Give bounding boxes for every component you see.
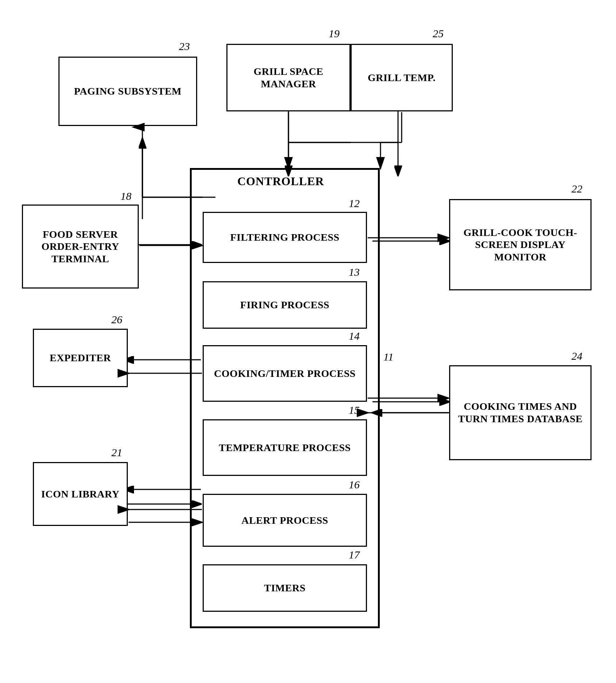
timers-box: TIMERS bbox=[203, 564, 367, 612]
icon-library-label: ICON LIBRARY bbox=[41, 488, 119, 500]
ref-21: 21 bbox=[111, 446, 122, 459]
ref-13: 13 bbox=[349, 266, 360, 278]
alert-process-label: ALERT PROCESS bbox=[241, 514, 328, 527]
firing-process-label: FIRING PROCESS bbox=[240, 299, 329, 311]
firing-process-box: FIRING PROCESS bbox=[203, 281, 367, 329]
expediter-label: EXPEDITER bbox=[50, 352, 111, 364]
expediter-box: EXPEDITER bbox=[33, 329, 128, 387]
cooking-timer-process-label: COOKING/TIMER PROCESS bbox=[214, 367, 356, 380]
alert-process-box: ALERT PROCESS bbox=[203, 494, 367, 547]
food-server-box: FOOD SERVER ORDER-ENTRY TERMINAL bbox=[22, 205, 139, 289]
grill-cook-label: GRILL-COOK TOUCH-SCREEN DISPLAY MONITOR bbox=[453, 226, 588, 263]
temperature-process-box: TEMPERATURE PROCESS bbox=[203, 419, 367, 476]
paging-subsystem-box: PAGING SUBSYSTEM bbox=[58, 57, 197, 126]
grill-space-manager-label: GRILL SPACE MANAGER bbox=[230, 65, 347, 90]
cooking-times-db-label: COOKING TIMES AND TURN TIMES DATABASE bbox=[453, 400, 588, 425]
timers-label: TIMERS bbox=[264, 582, 305, 594]
filtering-process-label: FILTERING PROCESS bbox=[230, 231, 339, 244]
diagram: PAGING SUBSYSTEM 23 GRILL SPACE MANAGER … bbox=[0, 0, 616, 683]
controller-label: CONTROLLER bbox=[237, 175, 324, 188]
ref-16: 16 bbox=[349, 478, 360, 491]
filtering-process-box: FILTERING PROCESS bbox=[203, 212, 367, 263]
food-server-label: FOOD SERVER ORDER-ENTRY TERMINAL bbox=[26, 228, 135, 265]
cooking-timer-process-box: COOKING/TIMER PROCESS bbox=[203, 345, 367, 402]
cooking-times-db-box: COOKING TIMES AND TURN TIMES DATABASE bbox=[449, 365, 592, 460]
ref-17: 17 bbox=[349, 549, 360, 561]
paging-subsystem-label: PAGING SUBSYSTEM bbox=[74, 85, 182, 98]
ref-18: 18 bbox=[120, 190, 131, 202]
ref-11: 11 bbox=[383, 351, 394, 363]
grill-space-manager-box: GRILL SPACE MANAGER bbox=[226, 44, 351, 111]
ref-26: 26 bbox=[111, 313, 122, 326]
ref-22: 22 bbox=[571, 183, 582, 195]
ref-15: 15 bbox=[349, 404, 360, 416]
grill-temp-label: GRILL TEMP. bbox=[368, 72, 436, 84]
grill-temp-box: GRILL TEMP. bbox=[351, 44, 453, 111]
ref-14: 14 bbox=[349, 330, 360, 342]
temperature-process-label: TEMPERATURE PROCESS bbox=[219, 442, 351, 454]
ref-23: 23 bbox=[179, 40, 190, 53]
grill-cook-box: GRILL-COOK TOUCH-SCREEN DISPLAY MONITOR bbox=[449, 199, 592, 290]
ref-19: 19 bbox=[329, 27, 340, 40]
ref-25: 25 bbox=[433, 27, 444, 40]
ref-12: 12 bbox=[349, 197, 360, 210]
ref-24: 24 bbox=[571, 350, 582, 362]
icon-library-box: ICON LIBRARY bbox=[33, 462, 128, 526]
